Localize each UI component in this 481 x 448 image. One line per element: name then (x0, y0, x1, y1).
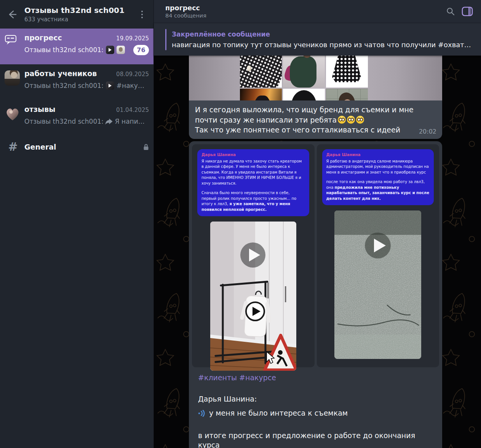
play-icon (109, 48, 112, 52)
pinned-message-bar[interactable]: Закреплённое сообщение навигация по топи… (154, 23, 481, 56)
chat-header: прогресс 84 сообщения (154, 0, 481, 23)
topic-title: отзывы (24, 105, 113, 113)
screenshot-left[interactable]: Дарья Шанина Я никогда не думала что зах… (192, 144, 315, 367)
topic-item-student-works[interactable]: работы учеников 08.09.2025 Отзывы th32nd… (0, 64, 153, 100)
group-info[interactable]: Отзывы th32nd sch001 633 участника (21, 6, 134, 23)
grid-photo-leaning-person (326, 89, 368, 100)
topic-content: отзывы 01.04.2025 Отзывы th32nd sch001: … (24, 105, 149, 131)
pleading-emoji (338, 116, 346, 124)
topic-item-reviews[interactable]: отзывы 01.04.2025 Отзывы th32nd sch001: … (0, 100, 153, 136)
play-icon (109, 84, 112, 88)
topic-content: General (24, 143, 149, 151)
back-button[interactable] (4, 6, 21, 23)
topic-date: 08.09.2025 (116, 71, 149, 78)
avatar (5, 70, 20, 86)
grid-photo-crochet-dress (326, 56, 368, 88)
message-line-2: Так что уже понятнее от чего отталкивать… (195, 125, 436, 135)
topics-sidebar: Отзывы th32nd sch001 633 участника прогр… (0, 0, 153, 448)
message-scroll-area[interactable]: E=mc² И я сего (154, 56, 481, 448)
message-text: И я сегодня выложила, что ищу бренд для … (189, 100, 442, 139)
topic-date: 19.09.2025 (116, 35, 149, 42)
topic-icon-progress (5, 33, 21, 60)
screenshot-right[interactable]: Дарья Шанина Я работаю в андеграунд сало… (317, 144, 439, 367)
topic-item-progress[interactable]: прогресс 19.09.2025 Отзывы th32nd sch001… (0, 29, 153, 64)
message-time: 20:02 (419, 128, 436, 136)
search-icon (446, 7, 455, 16)
pinned-texts: Закреплённое сообщение навигация по топи… (172, 30, 471, 49)
message-album: Дарья Шанина Я никогда не думала что зах… (192, 144, 439, 367)
quote-line: у меня не было интереса к съемкам (198, 408, 433, 418)
video-thumbnail-room[interactable] (210, 222, 296, 371)
group-members-count: 633 участника (24, 16, 134, 23)
group-title: Отзывы th32nd sch001 (24, 6, 134, 15)
video-thumbnail-asphalt[interactable] (334, 210, 421, 359)
hash-icon: # (5, 140, 21, 153)
pinned-label: Закреплённое сообщение (172, 30, 471, 38)
topic-preview-sender: Отзывы th32nd sch001: (24, 46, 104, 54)
message-text: #клиенты #накурсе Дарья Шанина: у меня н… (192, 367, 439, 448)
more-menu-button[interactable] (134, 6, 150, 23)
grid-photo-black-hood (283, 89, 325, 100)
topic-avatar-reviews (5, 105, 21, 131)
message-column: И я сегодня выложила, что ищу бренд для … (189, 56, 442, 448)
pinned-preview-text: навигация по топику тут отзывы учеников … (172, 41, 471, 49)
grid-photo-crochet-net (240, 56, 282, 88)
topic-title: прогресс (24, 33, 113, 42)
telegram-app: { "colors": { "accent_purple": "#7a63a8"… (0, 0, 481, 448)
topics-panel-toggle-button[interactable] (459, 3, 476, 20)
screenshot-paragraph: Я работаю в андеграунд салоне маникюра а… (326, 159, 430, 175)
message-bubble: И я сегодня выложила, что ищу бренд для … (189, 56, 442, 139)
pleading-emoji (347, 116, 355, 124)
quote-text: у меня не было интереса к съемкам (209, 408, 348, 418)
screenshot-chat-bubble: Дарья Шанина Я работаю в андеграунд сало… (322, 149, 434, 206)
kebab-menu-icon (141, 11, 143, 18)
preview-photo-thumb (117, 46, 125, 54)
topic-item-general[interactable]: # General (0, 136, 153, 158)
screenshot-sender-name: Дарья Шанина (326, 152, 430, 157)
message-photo-instagram-grid[interactable] (189, 56, 442, 100)
lock-icon (143, 143, 149, 150)
chat-bubble-sticker-icon (5, 35, 17, 46)
unread-badge: 76 (133, 45, 149, 55)
preview-video-thumb (106, 46, 114, 54)
screenshot-chat-bubble: Дарья Шанина Я никогда не думала что зах… (197, 149, 309, 217)
chat-message-count: 84 сообщения (165, 13, 442, 19)
message-line-1: И я сегодня выложила, что ищу бренд для … (195, 105, 414, 124)
grid-photo-fire (240, 89, 282, 100)
grid-photo-green-robe (283, 56, 325, 88)
topic-title: работы учеников (24, 69, 113, 78)
topic-avatar-student-works (5, 69, 21, 96)
preview-video-thumb (106, 81, 114, 90)
forward-icon (105, 118, 113, 125)
chat-title: прогресс (165, 4, 442, 12)
quote-sender: Дарья Шанина: (198, 394, 433, 404)
hashtag-links[interactable]: #клиенты #накурсе (198, 373, 433, 383)
topic-date: 01.04.2025 (116, 107, 149, 113)
topic-preview-sender: Отзывы th32nd sch001: (24, 82, 104, 89)
pinned-accent-bar (165, 29, 166, 50)
topic-preview-text: Я напи… (115, 118, 145, 125)
message-final-line: в итоге прогресс и предложение о работе … (198, 431, 433, 448)
columns-toggle-icon (462, 6, 473, 16)
message-bubble: Дарья Шанина Я никогда не думала что зах… (189, 141, 442, 448)
screenshot-paragraph: Сначала было много неуверенности в себе,… (201, 190, 305, 212)
screenshot-paragraph: после того как она увидела мою работу за… (326, 179, 430, 201)
screenshot-paragraph-bold: предложила мне потихоньку нарабатывать о… (326, 185, 429, 201)
asphalt-video-art (334, 210, 421, 359)
screenshot-paragraph: Я никогда не думала что захочу стать кре… (201, 159, 305, 187)
topic-preview-text: #наку… (117, 82, 144, 89)
room-video-art (210, 222, 296, 371)
topic-preview-sender: Отзывы th32nd sch001: (24, 118, 104, 125)
topic-title: General (24, 143, 143, 151)
chat-panel: прогресс 84 сообщения Закреплённое сообщ… (153, 0, 481, 448)
voice-quote-icon (198, 410, 206, 417)
heart-avatar-icon (5, 106, 21, 121)
back-arrow-icon (7, 10, 17, 19)
screenshot-sender-name: Дарья Шанина (201, 152, 305, 157)
instagram-grid (240, 56, 368, 100)
search-button[interactable] (442, 3, 459, 20)
topic-content: прогресс 19.09.2025 Отзывы th32nd sch001… (24, 33, 149, 60)
pleading-emoji (356, 116, 364, 124)
topic-header-info[interactable]: прогресс 84 сообщения (165, 4, 442, 19)
sidebar-header: Отзывы th32nd sch001 633 участника (0, 0, 153, 29)
